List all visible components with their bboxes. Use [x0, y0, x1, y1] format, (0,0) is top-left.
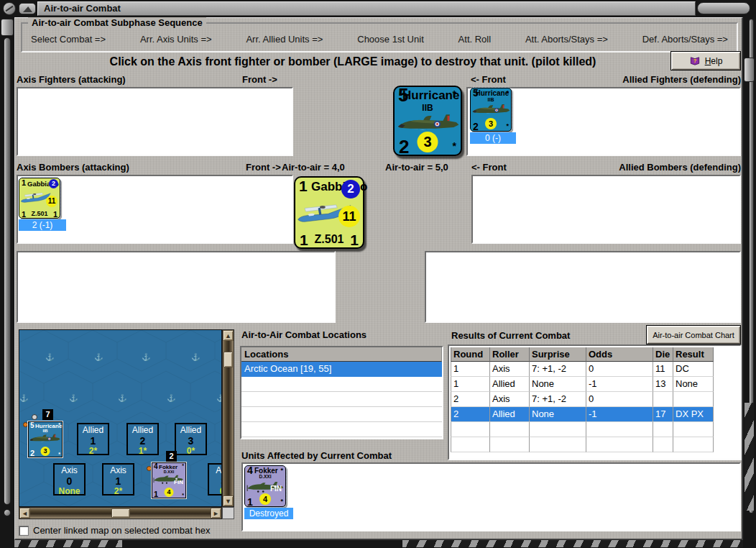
- table-cell: 7: +1, -2: [530, 362, 586, 377]
- anchor-icon: ⚓: [167, 394, 175, 402]
- results-row[interactable]: 2 Axis 7: +1, -2 0: [451, 392, 714, 407]
- results-title: Results of Current Combat: [451, 330, 570, 341]
- map-horizontal-scrollbar[interactable]: ◄ ►: [19, 507, 222, 519]
- axis-extra-box[interactable]: [17, 251, 336, 323]
- unit-nation: FIN: [174, 479, 183, 485]
- axis-fighters-box[interactable]: [17, 87, 293, 156]
- anchor-icon: ⚓: [19, 394, 28, 402]
- results-row-empty[interactable]: [451, 437, 714, 452]
- unit-counter-hurricane-front-large[interactable]: 5 Hurricane * IIB 2 3 *: [393, 86, 462, 156]
- map-vertical-scrollbar[interactable]: ▲ ▼: [222, 329, 234, 507]
- column-header: Surprise: [530, 347, 586, 362]
- unit-star: *: [506, 122, 509, 129]
- hurricane-silhouette-icon: [472, 101, 511, 116]
- anchor-icon: ⚓: [216, 394, 222, 402]
- combat-map-panel: ⚓ ⚓ ⚓ ⚓ ⚓ ⚓ ⚓ ⚓ ⚓ 7 5 Hurricane * IIB: [19, 329, 234, 520]
- scroll-down-button[interactable]: ▼: [223, 496, 234, 506]
- anchor-icon: ⚓: [191, 353, 200, 361]
- stack-number: 1: [78, 436, 108, 446]
- unit-star: *: [453, 140, 456, 152]
- stack-strength: 1*: [128, 446, 157, 456]
- map-stack-allied-2[interactable]: Allied 2 1*: [126, 423, 159, 455]
- unit-counter-gabbiano-front-large[interactable]: 1 Gabbiano 2 11 1 Z.501 1: [294, 176, 364, 249]
- unit-counter-hurricane-allied-small[interactable]: 5 Hurricane * IIB 2 3 *: [470, 88, 512, 132]
- location-row-empty[interactable]: [241, 377, 442, 392]
- map-stack-allied-3[interactable]: Allied 3 0*: [175, 423, 207, 455]
- scroll-left-button[interactable]: ◄: [19, 508, 30, 519]
- help-button[interactable]: ? Help: [670, 51, 741, 70]
- location-row-empty[interactable]: [241, 392, 442, 407]
- results-row-selected[interactable]: 2 Allied None -1 17 DX PX: [451, 407, 714, 422]
- unit-star: *: [280, 498, 283, 505]
- horizontal-scroll-thumb[interactable]: [111, 508, 130, 518]
- axis-air-to-air-label: Air-to-air = 4,0: [282, 162, 345, 173]
- window-frame-screw: [4, 509, 11, 516]
- table-cell: DX PX: [673, 407, 714, 422]
- affected-units-box[interactable]: [241, 462, 741, 531]
- results-table-box: Round Roller Surprise Odds Die Result 1 …: [448, 344, 742, 460]
- window-menu-button[interactable]: [3, 2, 16, 15]
- window-minimize-button[interactable]: [19, 3, 36, 14]
- center-map-option: Center linked map on selected combat hex: [19, 525, 210, 536]
- map-stack-axis-0[interactable]: Axis 0 None: [53, 463, 86, 496]
- anchor-icon: ⚓: [118, 394, 126, 402]
- window-title: Air-to-air Combat: [44, 3, 121, 14]
- table-cell: [673, 422, 714, 437]
- unit-range-value: 1: [247, 496, 253, 508]
- bombers-front-left-label: Front ->: [246, 162, 281, 173]
- unit-name: Hurricane: [402, 88, 459, 103]
- combat-chart-button[interactable]: Air-to-air Combat Chart: [646, 325, 741, 344]
- table-cell: [490, 437, 530, 452]
- location-row-empty[interactable]: [241, 407, 442, 422]
- table-cell: Allied: [490, 407, 530, 422]
- scroll-right-button[interactable]: ►: [211, 508, 221, 519]
- step-att-roll: Att. Roll: [458, 34, 492, 45]
- unit-counter-gabbiano-small[interactable]: 1 Gabbiano 2 11 1 Z.501 1: [19, 178, 60, 219]
- unit-counter-fokker-destroyed[interactable]: 4 Fokker * D.XXI FIN 1 4 *: [244, 465, 286, 507]
- table-cell: None: [673, 377, 714, 392]
- map-unit-hurricane[interactable]: 5 Hurricane * IIB 2 3 *: [28, 421, 63, 457]
- bombers-front-right-label: <- Front: [471, 162, 507, 173]
- title-bar[interactable]: Air-to-air Combat: [37, 1, 696, 16]
- unit-variant: D.XXI: [245, 474, 285, 479]
- table-cell: 2: [451, 407, 490, 422]
- table-cell: [653, 437, 673, 452]
- table-cell: [653, 422, 673, 437]
- anchor-icon: ⚓: [142, 353, 150, 361]
- map-stack-allied-1[interactable]: Allied 1 2*: [77, 423, 109, 455]
- unit-status-bar: Destroyed: [244, 508, 293, 519]
- vertical-scroll-thumb[interactable]: [223, 352, 233, 367]
- unit-star: *: [453, 88, 456, 100]
- allied-air-to-air-label: Air-to-air = 5,0: [385, 162, 448, 173]
- table-cell: 13: [653, 377, 673, 392]
- allied-bombers-box[interactable]: [471, 175, 741, 244]
- table-cell: [530, 422, 586, 437]
- unit-status-bar: 0 (-): [470, 132, 516, 144]
- location-row-selected[interactable]: Arctic Ocean [19, 55]: [241, 362, 442, 377]
- column-header: Result: [673, 347, 714, 362]
- map-stack-axis-1[interactable]: Axis 1 2*: [102, 463, 134, 496]
- unit-rating-circle: 4: [259, 493, 271, 505]
- stack-count-badge: 7: [42, 409, 53, 420]
- scrollbar-corner: [222, 507, 234, 519]
- results-row[interactable]: 1 Allied None -1 13 None: [451, 377, 714, 392]
- app-window: Air-to-air Combat Air-to-air Combat Subp…: [0, 0, 756, 548]
- stack-number: 3: [176, 436, 206, 446]
- table-cell: [653, 392, 673, 407]
- anchor-icon: ⚓: [69, 394, 78, 402]
- subphase-steps: Select Combat => Arr. Axis Units => Arr.…: [31, 34, 728, 45]
- unit-range-value: 2: [473, 121, 479, 132]
- results-row-empty[interactable]: [451, 422, 714, 437]
- map-stack-axis-3[interactable]: Axis 3 0*: [208, 463, 222, 496]
- map-unit-fokker[interactable]: 4 Fokker * D.XXI FIN 1 4 *: [152, 462, 186, 498]
- scroll-up-button[interactable]: ▲: [223, 330, 234, 341]
- unit-star: *: [58, 422, 60, 427]
- stack-number: 1: [103, 476, 133, 486]
- locations-list[interactable]: Locations Arctic Ocean [19, 55]: [240, 346, 443, 439]
- allied-extra-box[interactable]: [425, 251, 741, 323]
- combat-map[interactable]: ⚓ ⚓ ⚓ ⚓ ⚓ ⚓ ⚓ ⚓ ⚓ 7 5 Hurricane * IIB: [19, 329, 222, 507]
- center-map-checkbox[interactable]: [19, 526, 29, 536]
- location-row-empty[interactable]: [241, 422, 442, 437]
- results-table: Round Roller Surprise Odds Die Result 1 …: [451, 347, 714, 452]
- results-row[interactable]: 1 Axis 7: +1, -2 0 11 DC: [451, 362, 714, 377]
